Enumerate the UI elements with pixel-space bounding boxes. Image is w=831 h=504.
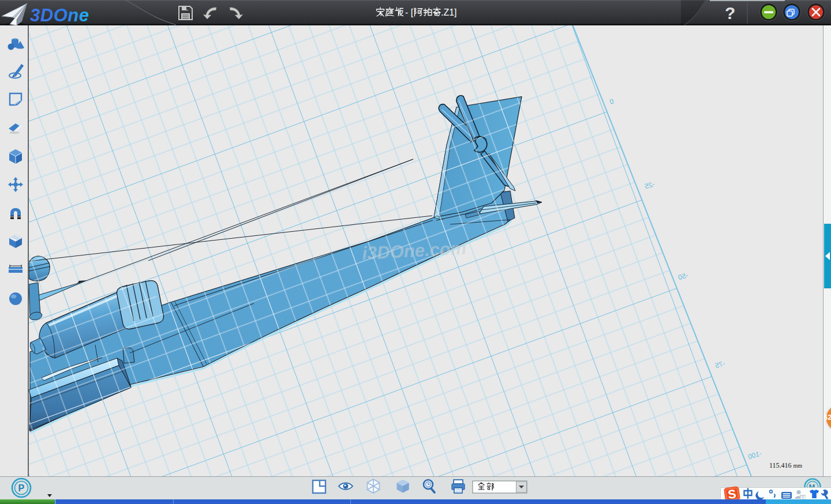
svg-text:.Z1]: .Z1] — [441, 7, 457, 17]
svg-text:-25: -25 — [643, 180, 656, 191]
svg-text:- [: - [ — [405, 7, 414, 17]
svg-text:3DOne: 3DOne — [30, 5, 89, 25]
svg-text:115.416 mm: 115.416 mm — [769, 461, 802, 469]
svg-text:0: 0 — [608, 97, 615, 106]
svg-text:-100: -100 — [747, 449, 762, 461]
svg-text:?: ? — [725, 3, 735, 22]
svg-text:-75: -75 — [714, 359, 726, 370]
svg-text:-50: -50 — [677, 271, 689, 282]
svg-text:P: P — [18, 483, 25, 493]
